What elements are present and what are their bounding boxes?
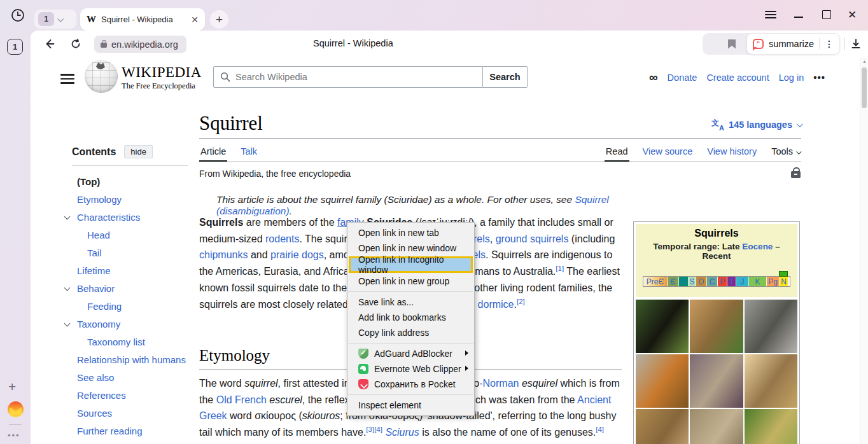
toc-item-external-links[interactable]: External links: [61, 440, 200, 444]
history-clock-icon[interactable]: [9, 6, 27, 24]
rail-add-icon[interactable]: +: [8, 379, 16, 394]
timescale-segment-C[interactable]: C: [707, 277, 718, 286]
toc-item-relationship-with-humans[interactable]: Relationship with humans: [61, 350, 200, 368]
rock-squirrel-photo[interactable]: [745, 354, 797, 408]
timescale-segment-K[interactable]: K: [749, 277, 767, 286]
tab-view-history[interactable]: View history: [706, 146, 758, 160]
languages-button[interactable]: 文A 145 languages: [711, 119, 801, 133]
downloads-button[interactable]: [848, 36, 864, 52]
page-scrollbar[interactable]: ▲: [860, 57, 868, 444]
search-button[interactable]: Search: [483, 66, 528, 88]
tab-article[interactable]: Article: [199, 146, 227, 162]
toc-item-behavior[interactable]: Behavior: [61, 279, 200, 297]
reference-link[interactable]: [4]: [374, 426, 382, 433]
inline-link[interactable]: prairie dogs: [270, 249, 324, 260]
reference-link[interactable]: [4]: [596, 426, 604, 433]
chevron-down-icon[interactable]: [64, 321, 71, 327]
login-link[interactable]: Log in: [779, 73, 804, 83]
prairie-dogs-photo[interactable]: [745, 409, 797, 444]
eocene-link[interactable]: Eocene: [742, 242, 773, 251]
gray-squirrel-photo[interactable]: [745, 300, 797, 353]
tab-read[interactable]: Read: [605, 146, 629, 162]
url-field[interactable]: en.wikipedia.org: [94, 36, 186, 53]
menu-item-open-link-in-new-tab[interactable]: Open link in new tab: [347, 225, 474, 240]
timescale-segment-D[interactable]: D: [696, 277, 707, 286]
page-protection-lock-icon[interactable]: [791, 171, 801, 178]
toc-item-see-also[interactable]: See also: [61, 368, 200, 386]
bookmark-flag-icon[interactable]: [728, 39, 736, 49]
inline-link[interactable]: rodents: [265, 233, 299, 244]
toc-item-further-reading[interactable]: Further reading: [61, 422, 200, 440]
omnibox-page-title[interactable]: Squirrel - Wikipedia: [313, 38, 393, 48]
maximize-button[interactable]: [818, 6, 835, 23]
scroll-up-arrow[interactable]: ▲: [862, 59, 867, 64]
timescale-segment-N[interactable]: N: [780, 277, 788, 286]
menu-item-evernote-web-clipper[interactable]: Evernote Web Clipper: [347, 361, 474, 377]
summarize-button[interactable]: “ summarize ⋮: [746, 33, 840, 55]
timescale-segment-O[interactable]: O: [679, 277, 689, 286]
standing-ground-squirrels-photo[interactable]: [636, 409, 689, 444]
tab-close-icon[interactable]: ✕: [191, 15, 199, 25]
timescale-segment-PreЄ[interactable]: PreЄ: [643, 277, 668, 286]
timescale-segment-T[interactable]: T: [727, 277, 736, 286]
timescale-segment-S[interactable]: S: [689, 277, 696, 286]
toc-item-sources[interactable]: Sources: [61, 404, 200, 422]
timescale-segment-J[interactable]: J: [736, 277, 749, 286]
tab-tools[interactable]: Tools: [770, 146, 801, 160]
marmots-photo[interactable]: [690, 409, 743, 444]
wikipedia-globe-logo[interactable]: [85, 60, 118, 93]
fox-squirrel-photo[interactable]: [636, 354, 689, 408]
inline-link[interactable]: Old French: [216, 394, 267, 405]
minimize-button[interactable]: [790, 6, 807, 23]
inline-link[interactable]: -Norman: [479, 378, 519, 389]
reference-link[interactable]: [3]: [366, 426, 374, 433]
menu-item-open-link-in-new-window[interactable]: Open link in new window: [347, 240, 474, 256]
menu-item-open-link-in-incognito-window[interactable]: Open link in Incognito window: [349, 256, 473, 273]
toc-item-characteristics[interactable]: Characteristics: [61, 208, 200, 226]
reload-button[interactable]: [67, 36, 84, 52]
ground-squirrel-photo[interactable]: [690, 354, 743, 408]
new-tab-button[interactable]: +: [210, 10, 228, 29]
toc-hide-button[interactable]: hide: [124, 145, 153, 158]
timescale-segment-P[interactable]: P: [718, 277, 727, 286]
menu-item-open-link-in-new-group[interactable]: Open link in new group: [347, 274, 474, 289]
menu-item-copy-link-address[interactable]: Copy link address: [347, 325, 474, 340]
back-button[interactable]: [41, 36, 57, 52]
kebab-menu-icon[interactable]: ⋮: [825, 39, 834, 49]
toc-item-top[interactable]: (Top): [61, 172, 200, 190]
timescale-segment-Є[interactable]: Є: [668, 277, 679, 286]
toc-item-lifetime[interactable]: Lifetime: [61, 261, 200, 279]
tab-view-source[interactable]: View source: [641, 146, 694, 160]
reference-link[interactable]: [2]: [517, 297, 525, 305]
tab-group-badge[interactable]: 1: [38, 12, 54, 26]
donate-link[interactable]: Donate: [668, 73, 697, 83]
inline-link[interactable]: dormice: [478, 299, 514, 310]
inline-link[interactable]: Sciurus: [385, 427, 419, 438]
menu-item-adguard-adblocker[interactable]: AdGuard AdBlocker: [347, 346, 474, 361]
toc-item-head[interactable]: Head: [61, 226, 200, 244]
reference-link[interactable]: [1]: [556, 265, 564, 272]
tab-group-control[interactable]: 1: [34, 10, 76, 29]
toc-item-references[interactable]: References: [61, 386, 200, 404]
more-options-icon[interactable]: •••: [813, 72, 825, 83]
wikipedia-wordmark[interactable]: WIKIPEDIA The Free Encyclopedia: [122, 64, 202, 91]
sidebar-panel-button[interactable]: 1: [7, 39, 23, 55]
toc-item-tail[interactable]: Tail: [61, 244, 200, 261]
inline-link[interactable]: ground squirrels: [496, 233, 569, 244]
wiki-hamburger-icon[interactable]: [60, 71, 74, 87]
chevron-down-icon[interactable]: [57, 15, 64, 22]
menu-item-inspect-element[interactable]: Inspect element: [347, 398, 474, 413]
menu-item-save-link-as[interactable]: Save link as...: [347, 295, 474, 310]
close-window-button[interactable]: ✕: [844, 6, 860, 23]
tab-talk[interactable]: Talk: [239, 146, 258, 160]
chevron-down-icon[interactable]: [64, 214, 71, 220]
menu-item-add-link-to-bookmarks[interactable]: Add link to bookmarks: [347, 310, 474, 325]
rail-more-icon[interactable]: •••: [8, 431, 20, 440]
yandex-mail-icon[interactable]: [8, 401, 24, 417]
timescale-segment-Pg[interactable]: Pg: [767, 277, 780, 286]
browser-menu-button[interactable]: [762, 6, 779, 23]
browser-tab[interactable]: W Squirrel - Wikipedia ✕: [80, 8, 205, 31]
toc-item-taxonomy-list[interactable]: Taxonomy list: [61, 333, 200, 350]
toc-item-feeding[interactable]: Feeding: [61, 297, 200, 315]
scrollbar-thumb[interactable]: [862, 67, 867, 108]
